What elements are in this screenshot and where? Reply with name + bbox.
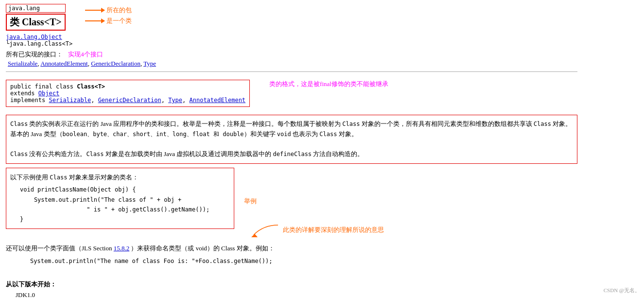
class-declaration-box: public final class Class<T> extends Obje… <box>6 80 250 107</box>
interfaces-count: 实现4个接口 <box>68 51 103 58</box>
interface-link-generic[interactable]: GenericDeclaration <box>91 60 140 67</box>
impl-link-type[interactable]: Type <box>168 97 182 104</box>
impl-link-annotated[interactable]: AnnotatedElement <box>190 97 246 104</box>
impl-link-generic[interactable]: GenericDeclaration <box>98 97 161 104</box>
description-para1: Class 类的实例表示正在运行的 Java 应用程序中的类和接口。枚举是一种类… <box>10 119 573 140</box>
declaration-row: public final class Class<T> extends Obje… <box>6 76 577 111</box>
example-intro: 以下示例使用 Class 对象来显示对象的类名： <box>10 172 230 183</box>
interface-link-serializable[interactable]: Serializable <box>8 60 37 67</box>
extends-link[interactable]: Object <box>38 90 59 97</box>
parent-class-link[interactable]: java.lang.Object <box>6 34 62 40</box>
example-arrow-svg <box>244 220 283 240</box>
interfaces-section: 所有已实现的接口： 实现4个接口 Serializable, Annotated… <box>6 50 577 68</box>
since-section: 从以下版本开始： JDK1.0 <box>6 279 577 298</box>
extra-text-line2: ）来获得命名类型（或 void）的 Class 对象。例如： <box>131 245 274 252</box>
class-arrow-row: 是一个类 <box>85 17 132 25</box>
watermark: CSDN @无名。 <box>604 287 640 294</box>
impl-link-serial[interactable]: Serializable <box>49 97 91 104</box>
interfaces-list: Serializable, AnnotatedElement, GenericD… <box>8 60 577 68</box>
decl-line1: public final class Class<T> <box>10 83 245 90</box>
extra-text-line1: 还可以使用一个类字面值（JLS Section <box>6 245 114 252</box>
package-arrow-row: 所在的包 <box>85 6 132 15</box>
extra-code: System.out.println("The name of class Fo… <box>30 258 577 264</box>
description-box: Class 类的实例表示正在运行的 Java 应用程序中的类和接口。枚举是一种类… <box>6 115 577 164</box>
interface-link-annotated[interactable]: AnnotatedElement <box>40 60 87 67</box>
svg-marker-0 <box>251 234 258 237</box>
decl-line3: implements Serializable, GenericDeclarat… <box>10 97 245 104</box>
interfaces-label: 所有已实现的接口： <box>6 51 63 58</box>
extra-text-section: 还可以使用一个类字面值（JLS Section 15.8.2 ）来获得命名类型（… <box>6 244 577 254</box>
divider-1 <box>6 71 577 72</box>
jls-link[interactable]: 15.8.2 <box>114 245 130 252</box>
description-para2: Class 没有公共构造方法。Class 对象是在加载类时由 Java 虚拟机以… <box>10 149 573 159</box>
decl-annotation: 类的格式，这是被final修饰的类不能被继承 <box>269 76 388 88</box>
package-annotation: 所在的包 <box>106 6 132 15</box>
since-label: 从以下版本开始： <box>6 280 56 288</box>
arrow-icon <box>85 10 104 11</box>
decl-line2: extends Object <box>10 90 245 97</box>
example-label: 举例 <box>244 197 384 206</box>
interface-link-type[interactable]: Type <box>143 60 156 67</box>
example-code: void printClassName(Object obj) { System… <box>20 185 230 225</box>
since-version: JDK1.0 <box>16 291 35 298</box>
example-arrow-row: 此类的详解要深刻的理解所说的意思 <box>244 220 384 240</box>
arrow-icon-2 <box>85 20 104 21</box>
class-title: 类 Class<T> <box>6 14 66 31</box>
package-label: java.lang <box>6 4 66 13</box>
example-outer: 以下示例使用 Class 对象来显示对象的类名： void printClass… <box>6 168 577 240</box>
child-class-text: └java.lang.Class<T> <box>6 40 72 47</box>
example-annotation-block: 举例 此类的详解要深刻的理解所说的意思 <box>244 168 384 240</box>
example-annotation-text: 此类的详解要深刻的理解所说的意思 <box>283 226 384 234</box>
inheritance-section: java.lang.Object └java.lang.Class<T> <box>6 34 577 47</box>
example-box: 以下示例使用 Class 对象来显示对象的类名： void printClass… <box>6 168 234 229</box>
class-annotation: 是一个类 <box>106 17 132 25</box>
declaration-annotation-text: 类的格式，这是被final修饰的类不能被继承 <box>269 80 388 88</box>
